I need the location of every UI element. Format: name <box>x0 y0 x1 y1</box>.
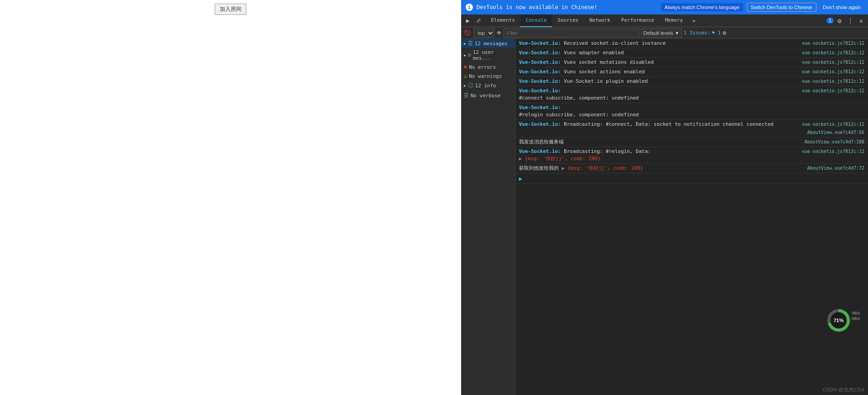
clear-console-button[interactable]: 🚫 <box>463 29 472 38</box>
console-message-row: Vue-Socket.io: #connect subscribe, compo… <box>515 86 868 103</box>
issues-count: ⚑ 1 <box>712 30 721 36</box>
devtools-panel: i DevTools is now available in Chinese! … <box>461 0 868 395</box>
always-match-language-button[interactable]: Always match Chrome's language <box>661 3 743 11</box>
issues-badge[interactable]: 1 Issues: ⚑ 1 <box>684 30 721 36</box>
lang-notification-bar: i DevTools is now available in Chinese! … <box>461 0 868 14</box>
download-speed: 5B/s <box>852 316 860 321</box>
inspect-element-icon[interactable]: ▶ <box>463 16 473 26</box>
vue-label: Vue-Socket.io: <box>519 88 561 94</box>
show-console-sidebar-icon[interactable]: 👁 <box>496 30 502 36</box>
message-text: 获取到他发给我的 ▶ {msg: '你好jj', code: 200} <box>519 165 806 172</box>
message-text: Vue-Socket.io: #relogin subscribe, compo… <box>519 104 863 119</box>
verbose-count: No verbose <box>471 93 500 99</box>
console-toolbar: 🚫 top 👁 Default levels ▼ 1 Issues: ⚑ 1 ⚙ <box>461 27 868 39</box>
app-area: 加入房间 <box>0 0 461 395</box>
console-settings-icon[interactable]: ⚙ <box>722 29 726 36</box>
console-messages-area: Vue-Socket.io: Received socket.io-client… <box>515 39 868 395</box>
tab-performance[interactable]: Performance <box>616 14 660 27</box>
message-source-link[interactable]: vue-socketio.js?812c:12 <box>802 49 864 57</box>
warning-icon: ⚠ <box>464 73 467 79</box>
devtools-toolbar: ▶ ☍ Elements Console Sources Network Per… <box>461 14 868 27</box>
console-message-row: Vue-Socket.io: Broadcasting: #relogin, D… <box>515 147 868 164</box>
more-options-icon[interactable]: ⋮ <box>845 16 855 26</box>
console-message-row: Vue-Socket.io: Vue-Socket.io plugin enab… <box>515 77 868 86</box>
vue-label: Vue-Socket.io: <box>519 105 561 110</box>
notification-badge: 1 <box>826 18 834 24</box>
user-messages-count: 12 user mes... <box>473 49 512 61</box>
sidebar-item-errors[interactable]: ✖ No errors <box>461 62 515 71</box>
expand-object-icon[interactable]: ▶ <box>562 166 565 171</box>
expand-object-icon[interactable]: ▶ <box>519 156 522 161</box>
tab-memory[interactable]: Memory <box>660 14 689 27</box>
message-text: Vue-Socket.io: #connect subscribe, compo… <box>519 87 800 102</box>
message-source-link[interactable]: vue-socketio.js?812c:12 <box>802 87 864 95</box>
message-text: Vue-Socket.io: Broadcasting: #relogin, D… <box>519 148 800 162</box>
message-source-link[interactable]: vue-socketio.js?812c:12 <box>802 148 864 155</box>
upload-speed: 0B/s <box>852 311 860 315</box>
sidebar-item-user-messages[interactable]: ▶ ☺ 12 user mes... <box>461 48 515 62</box>
vue-label: Vue-Socket.io: <box>519 40 561 46</box>
message-source-link-1[interactable]: vue-socketio.js?812c:12 <box>802 121 864 128</box>
console-prompt-row[interactable]: ▶ <box>515 173 868 184</box>
cpu-usage-circle: 71% <box>827 309 850 332</box>
message-source-link[interactable]: vue-socketio.js?812c:12 <box>802 59 864 66</box>
messages-count: 12 messages <box>475 41 508 47</box>
sidebar-item-verbose[interactable]: ☰ No verbose <box>461 91 515 100</box>
info-icon: i <box>466 4 473 11</box>
console-message-row: 我发送消息给服务端 AboutView.vue?c4d7:100 <box>515 138 868 147</box>
vue-label: Vue-Socket.io: <box>519 148 561 154</box>
vue-label: Vue-Socket.io: <box>519 50 561 56</box>
console-body: ▶ ☰ 12 messages ▶ ☺ 12 user mes... ✖ No … <box>461 39 868 395</box>
message-text: Vue-Socket.io: Vuex adapter enabled <box>519 49 800 57</box>
close-devtools-icon[interactable]: ✕ <box>856 16 866 26</box>
sidebar-item-warnings[interactable]: ⚠ No warnings <box>461 71 515 81</box>
info-count: 12 info <box>475 83 496 89</box>
console-message-row: Vue-Socket.io: Broadcasting: #connect, D… <box>515 120 868 138</box>
sidebar-item-info[interactable]: ▶ ⓘ 12 info <box>461 81 515 91</box>
toolbar-icons: ▶ ☍ <box>461 16 486 26</box>
filter-input[interactable] <box>504 29 639 38</box>
tab-sources[interactable]: Sources <box>552 14 584 27</box>
network-stats: 0B/s 5B/s <box>852 311 860 321</box>
console-message-row: Vue-Socket.io: Vuex socket actions enabl… <box>515 67 868 77</box>
messages-icon: ☰ <box>468 40 473 47</box>
message-text: Vue-Socket.io: Broadcasting: #connect, D… <box>519 121 800 128</box>
message-text: Vue-Socket.io: Vue-Socket.io plugin enab… <box>519 78 800 85</box>
console-sidebar: ▶ ☰ 12 messages ▶ ☺ 12 user mes... ✖ No … <box>461 39 515 395</box>
device-toolbar-icon[interactable]: ☍ <box>474 16 484 26</box>
prompt-chevron-icon: ▶ <box>519 175 522 182</box>
console-message-row: Vue-Socket.io: Vuex socket mutations dis… <box>515 58 868 67</box>
verbose-icon: ☰ <box>464 92 469 99</box>
tab-network[interactable]: Network <box>584 14 616 27</box>
cpu-percentage: 71% <box>830 312 847 328</box>
message-source-link-2[interactable]: AboutView.vue?c4d7:56 <box>807 129 864 136</box>
tab-elements[interactable]: Elements <box>486 14 520 27</box>
console-message-row: Vue-Socket.io: #relogin subscribe, compo… <box>515 103 868 120</box>
switch-devtools-language-button[interactable]: Switch DevTools to Chinese <box>747 3 816 12</box>
message-text: Vue-Socket.io: Received socket.io-client… <box>519 40 800 47</box>
sidebar-item-all-messages[interactable]: ▶ ☰ 12 messages <box>461 39 515 48</box>
join-room-button[interactable]: 加入房间 <box>215 4 246 15</box>
message-source-link[interactable]: vue-socketio.js?812c:12 <box>802 68 864 76</box>
info-icon: ⓘ <box>468 82 473 90</box>
performance-widget: 71% 0B/s 5B/s <box>827 309 863 332</box>
message-source-link[interactable]: AboutView.vue?c4d7:72 <box>807 165 864 172</box>
tab-console[interactable]: Console <box>520 14 552 27</box>
error-icon: ✖ <box>464 64 467 70</box>
settings-gear-icon[interactable]: ⚙ <box>835 16 844 26</box>
message-source-link[interactable]: vue-socketio.js?812c:12 <box>802 40 864 47</box>
dont-show-again-button[interactable]: Don't show again <box>820 3 863 11</box>
default-levels-button[interactable]: Default levels ▼ <box>641 29 682 38</box>
vue-label: Vue-Socket.io: <box>519 59 561 65</box>
vue-label: Vue-Socket.io: <box>519 78 561 84</box>
message-source-link[interactable]: vue-socketio.js?812c:12 <box>802 78 864 85</box>
console-message-row: Vue-Socket.io: Received socket.io-client… <box>515 39 868 48</box>
csdn-watermark: CSDN @杰杰1314 <box>823 386 864 393</box>
context-selector[interactable]: top <box>474 29 495 38</box>
message-text: 我发送消息给服务端 <box>519 138 803 146</box>
expand-icon: ▶ <box>464 53 466 57</box>
message-source-link[interactable]: AboutView.vue?c4d7:100 <box>805 138 864 146</box>
tabs-row: Elements Console Sources Network Perform… <box>486 14 826 27</box>
console-message-row: Vue-Socket.io: Vuex adapter enabled vue-… <box>515 48 868 58</box>
more-tabs-button[interactable]: » <box>689 17 699 24</box>
